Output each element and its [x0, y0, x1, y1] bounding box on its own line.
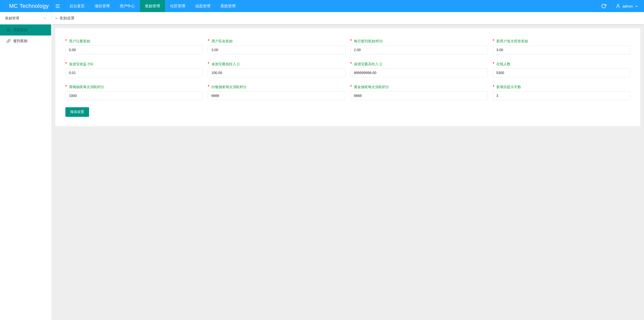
- form-field: * 新用户首次投资奖励: [493, 39, 630, 54]
- form-field-label: * 黄金抽奖每次消耗积分: [350, 85, 488, 89]
- form-field-label: * 青铜抽奖每次消耗积分: [65, 85, 203, 89]
- field-label-text: 新用户首次投资奖励: [496, 39, 528, 43]
- form-field-label: * 新项目提示天数: [493, 85, 630, 89]
- page-title: 奖励设置: [59, 16, 74, 21]
- form-field: * 白银抽奖每次消耗积分: [208, 85, 345, 100]
- form-field-label: * 途游宝收益 (%): [65, 62, 203, 66]
- required-asterisk: *: [350, 84, 352, 88]
- reward-settings-form: * 用户注册奖励 * 用户实名奖励 * 每日签到奖励/积分 * 新用户首次投资奖…: [65, 39, 630, 100]
- required-asterisk: *: [493, 39, 494, 43]
- refresh-button[interactable]: [597, 0, 611, 12]
- field-label-text: 黄金抽奖每次消耗积分: [354, 85, 389, 89]
- form-field: * 用户注册奖励: [65, 39, 203, 54]
- user-icon: [616, 4, 620, 8]
- form-input[interactable]: [493, 91, 630, 100]
- nav-item[interactable]: 信息管理: [190, 0, 215, 12]
- form-field-label: * 白银抽奖每次消耗积分: [208, 85, 345, 89]
- settings-card: * 用户注册奖励 * 用户实名奖励 * 每日签到奖励/积分 * 新用户首次投资奖…: [55, 28, 640, 126]
- chevron-down-icon: [43, 16, 47, 20]
- nav-item[interactable]: 用户中心: [115, 0, 140, 12]
- sidebar-item-label: 签到奖励: [13, 39, 27, 43]
- save-button[interactable]: 保存设置: [65, 107, 89, 117]
- form-field: * 用户实名奖励: [208, 39, 345, 54]
- sidebar-toggle-button[interactable]: [51, 0, 64, 12]
- sidebar: 奖励管理 系统奖励 签到奖励: [0, 12, 51, 320]
- form-input[interactable]: [493, 68, 630, 77]
- field-label-text: 用户实名奖励: [212, 39, 233, 43]
- form-field: * 途游宝最高转入 (): [350, 62, 488, 77]
- form-input[interactable]: [65, 45, 203, 54]
- form-input[interactable]: [65, 91, 203, 100]
- form-input[interactable]: [208, 68, 345, 77]
- refresh-icon: [601, 4, 606, 9]
- star-icon: [7, 28, 11, 32]
- sidebar-item-signin-reward[interactable]: 签到奖励: [0, 35, 51, 47]
- field-label-text: 途游宝最低转入 (): [212, 62, 239, 66]
- required-asterisk: *: [350, 39, 352, 43]
- header-right: admin: [597, 0, 644, 12]
- username: admin: [622, 4, 633, 8]
- sidebar-item-label: 系统奖励: [13, 28, 27, 32]
- form-field-label: * 在线人数: [493, 62, 630, 66]
- form-field: * 新项目提示天数: [493, 85, 630, 100]
- nav-item[interactable]: 项目管理: [90, 0, 115, 12]
- form-input[interactable]: [350, 68, 488, 77]
- form-field: * 黄金抽奖每次消耗积分: [350, 85, 488, 100]
- required-asterisk: *: [493, 84, 494, 88]
- sidebar-item-system-reward[interactable]: 系统奖励: [0, 24, 51, 35]
- form-input[interactable]: [208, 91, 345, 100]
- form-field: * 青铜抽奖每次消耗积分: [65, 85, 203, 100]
- breadcrumb-icon: »: [55, 16, 57, 21]
- required-asterisk: *: [350, 61, 352, 65]
- user-menu[interactable]: admin: [611, 0, 644, 12]
- main-nav: 后台首页项目管理用户中心奖励管理社区管理信息管理系统管理: [64, 0, 240, 12]
- required-asterisk: *: [65, 39, 67, 43]
- required-asterisk: *: [208, 84, 209, 88]
- form-input[interactable]: [350, 91, 488, 100]
- chevron-up-icon: [635, 4, 638, 8]
- breadcrumb: » 奖励设置: [52, 12, 644, 24]
- form-field-label: * 新用户首次投资奖励: [493, 39, 630, 43]
- form-field-label: * 用户实名奖励: [208, 39, 345, 43]
- admin-page: MC Technology 后台首页项目管理用户中心奖励管理社区管理信息管理系统…: [0, 0, 644, 320]
- required-asterisk: *: [208, 39, 209, 43]
- field-label-text: 途游宝最高转入 (): [354, 62, 382, 66]
- field-label-text: 在线人数: [496, 62, 510, 66]
- required-asterisk: *: [65, 61, 67, 65]
- form-input[interactable]: [65, 68, 203, 77]
- nav-item[interactable]: 社区管理: [165, 0, 190, 12]
- form-field-label: * 途游宝最低转入 (): [208, 62, 345, 66]
- form-field: * 每日签到奖励/积分: [350, 39, 488, 54]
- nav-item[interactable]: 后台首页: [64, 0, 90, 12]
- field-label-text: 途游宝收益 (%): [69, 62, 93, 66]
- app-logo[interactable]: MC Technology: [0, 0, 51, 12]
- form-input[interactable]: [208, 45, 345, 54]
- sidebar-group-toggle[interactable]: 奖励管理: [0, 12, 51, 24]
- nav-item[interactable]: 系统管理: [215, 0, 240, 12]
- required-asterisk: *: [65, 84, 67, 88]
- main-content: * 用户注册奖励 * 用户实名奖励 * 每日签到奖励/积分 * 新用户首次投资奖…: [52, 24, 644, 320]
- field-label-text: 白银抽奖每次消耗积分: [212, 85, 247, 89]
- sidebar-group-label: 奖励管理: [5, 16, 19, 21]
- form-input[interactable]: [493, 45, 630, 54]
- form-field: * 途游宝最低转入 (): [208, 62, 345, 77]
- link-icon: [7, 39, 11, 43]
- field-label-text: 用户注册奖励: [69, 39, 90, 43]
- hamburger-icon: [55, 4, 60, 9]
- form-field-label: * 每日签到奖励/积分: [350, 39, 488, 43]
- form-field: * 在线人数: [493, 62, 630, 77]
- field-label-text: 青铜抽奖每次消耗积分: [69, 85, 104, 89]
- nav-item[interactable]: 奖励管理: [140, 0, 165, 12]
- required-asterisk: *: [493, 61, 494, 65]
- form-field: * 途游宝收益 (%): [65, 62, 203, 77]
- field-label-text: 新项目提示天数: [496, 85, 521, 89]
- top-header: MC Technology 后台首页项目管理用户中心奖励管理社区管理信息管理系统…: [0, 0, 644, 12]
- form-input[interactable]: [350, 45, 488, 54]
- form-field-label: * 途游宝最高转入 (): [350, 62, 488, 66]
- required-asterisk: *: [208, 61, 209, 65]
- form-field-label: * 用户注册奖励: [65, 39, 203, 43]
- field-label-text: 每日签到奖励/积分: [354, 39, 383, 43]
